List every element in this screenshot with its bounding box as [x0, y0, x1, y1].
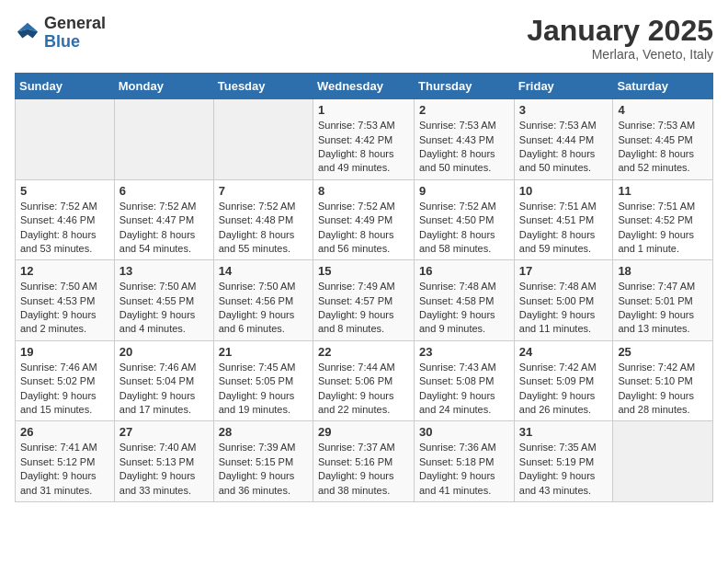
- day-info-text: Daylight: 9 hours and 36 minutes.: [219, 469, 308, 498]
- day-number: 25: [618, 345, 708, 359]
- day-number: 27: [119, 425, 209, 439]
- day-info-text: Sunrise: 7:49 AM: [318, 280, 409, 293]
- logo: General Blue: [15, 15, 106, 52]
- day-info-text: Sunrise: 7:53 AM: [519, 119, 609, 132]
- day-info-text: Daylight: 9 hours and 2 minutes.: [20, 308, 109, 337]
- day-info-text: Sunrise: 7:36 AM: [419, 441, 509, 454]
- weekday-header: Thursday: [415, 74, 515, 99]
- day-info-text: Daylight: 9 hours and 1 minute.: [618, 228, 708, 257]
- day-info-text: Sunrise: 7:37 AM: [318, 441, 409, 454]
- calendar-cell: 24Sunrise: 7:42 AMSunset: 5:09 PMDayligh…: [514, 340, 613, 421]
- calendar-cell: 29Sunrise: 7:37 AMSunset: 5:16 PMDayligh…: [313, 421, 414, 502]
- day-info-text: Sunrise: 7:39 AM: [219, 441, 308, 454]
- calendar-cell: 6Sunrise: 7:52 AMSunset: 4:47 PMDaylight…: [114, 179, 213, 260]
- day-number: 23: [419, 345, 509, 359]
- day-info-text: Sunset: 5:19 PM: [519, 455, 609, 469]
- day-info-text: Sunset: 4:55 PM: [119, 294, 209, 308]
- day-info-text: Sunset: 4:52 PM: [618, 213, 708, 227]
- day-number: 2: [419, 103, 509, 117]
- day-number: 22: [318, 345, 409, 359]
- day-info-text: Daylight: 9 hours and 9 minutes.: [419, 308, 509, 337]
- day-number: 4: [618, 103, 708, 117]
- day-number: 20: [119, 345, 209, 359]
- weekday-header: Monday: [114, 74, 213, 99]
- day-number: 26: [20, 425, 109, 439]
- day-info-text: Sunset: 5:10 PM: [618, 374, 708, 388]
- day-number: 11: [618, 184, 708, 198]
- day-info-text: Daylight: 9 hours and 6 minutes.: [219, 308, 308, 337]
- calendar-cell: 9Sunrise: 7:52 AMSunset: 4:50 PMDaylight…: [415, 179, 515, 260]
- day-info-text: Sunrise: 7:53 AM: [419, 119, 509, 132]
- calendar-week-row: 12Sunrise: 7:50 AMSunset: 4:53 PMDayligh…: [16, 260, 713, 341]
- day-info-text: Daylight: 8 hours and 50 minutes.: [419, 147, 509, 176]
- calendar-header-row: SundayMondayTuesdayWednesdayThursdayFrid…: [16, 74, 713, 99]
- day-info-text: Sunrise: 7:50 AM: [20, 280, 109, 293]
- location-text: Merlara, Veneto, Italy: [527, 47, 713, 62]
- day-info-text: Sunset: 5:00 PM: [519, 294, 609, 308]
- day-number: 28: [219, 425, 308, 439]
- day-info-text: Sunset: 4:48 PM: [219, 213, 308, 227]
- day-info-text: Sunrise: 7:45 AM: [219, 361, 308, 374]
- calendar-cell: [16, 99, 115, 180]
- calendar-cell: 25Sunrise: 7:42 AMSunset: 5:10 PMDayligh…: [613, 340, 713, 421]
- day-number: 12: [20, 264, 109, 278]
- logo-icon: [15, 20, 40, 46]
- day-info-text: Daylight: 9 hours and 28 minutes.: [618, 389, 708, 418]
- calendar-cell: [213, 99, 313, 180]
- day-info-text: Sunset: 5:08 PM: [419, 374, 509, 388]
- day-info-text: Sunset: 4:46 PM: [20, 213, 109, 227]
- calendar-cell: 5Sunrise: 7:52 AMSunset: 4:46 PMDaylight…: [16, 179, 115, 260]
- calendar-cell: 22Sunrise: 7:44 AMSunset: 5:06 PMDayligh…: [313, 340, 414, 421]
- day-info-text: Sunset: 4:56 PM: [219, 294, 308, 308]
- day-info-text: Daylight: 8 hours and 54 minutes.: [119, 228, 209, 257]
- day-info-text: Sunset: 5:02 PM: [20, 374, 109, 388]
- day-info-text: Sunrise: 7:43 AM: [419, 361, 509, 374]
- day-number: 15: [318, 264, 409, 278]
- day-info-text: Daylight: 8 hours and 56 minutes.: [318, 228, 409, 257]
- day-info-text: Daylight: 8 hours and 50 minutes.: [519, 147, 609, 176]
- day-info-text: Sunrise: 7:52 AM: [20, 200, 109, 213]
- day-info-text: Sunset: 4:44 PM: [519, 133, 609, 147]
- day-number: 10: [519, 184, 609, 198]
- calendar-cell: 28Sunrise: 7:39 AMSunset: 5:15 PMDayligh…: [213, 421, 313, 502]
- day-info-text: Daylight: 9 hours and 11 minutes.: [519, 308, 609, 337]
- day-number: 6: [119, 184, 209, 198]
- day-number: 29: [318, 425, 409, 439]
- day-info-text: Daylight: 9 hours and 24 minutes.: [419, 389, 509, 418]
- day-number: 18: [618, 264, 708, 278]
- day-info-text: Sunset: 5:05 PM: [219, 374, 308, 388]
- day-info-text: Sunset: 4:50 PM: [419, 213, 509, 227]
- day-info-text: Sunrise: 7:53 AM: [318, 119, 409, 132]
- weekday-header: Tuesday: [213, 74, 313, 99]
- page-header: General Blue January 2025 Merlara, Venet…: [15, 15, 713, 62]
- day-number: 8: [318, 184, 409, 198]
- day-info-text: Daylight: 9 hours and 33 minutes.: [119, 469, 209, 498]
- logo-general-text: General: [44, 15, 106, 33]
- day-info-text: Sunset: 5:09 PM: [519, 374, 609, 388]
- day-info-text: Sunset: 4:47 PM: [119, 213, 209, 227]
- weekday-header: Friday: [514, 74, 613, 99]
- calendar-cell: 4Sunrise: 7:53 AMSunset: 4:45 PMDaylight…: [613, 99, 713, 180]
- day-info-text: Sunrise: 7:52 AM: [219, 200, 308, 213]
- day-info-text: Daylight: 9 hours and 19 minutes.: [219, 389, 308, 418]
- calendar-cell: 8Sunrise: 7:52 AMSunset: 4:49 PMDaylight…: [313, 179, 414, 260]
- calendar-table: SundayMondayTuesdayWednesdayThursdayFrid…: [15, 73, 713, 502]
- calendar-cell: 15Sunrise: 7:49 AMSunset: 4:57 PMDayligh…: [313, 260, 414, 341]
- day-info-text: Sunset: 5:04 PM: [119, 374, 209, 388]
- weekday-header: Sunday: [16, 74, 115, 99]
- calendar-cell: 18Sunrise: 7:47 AMSunset: 5:01 PMDayligh…: [613, 260, 713, 341]
- calendar-cell: 17Sunrise: 7:48 AMSunset: 5:00 PMDayligh…: [514, 260, 613, 341]
- day-info-text: Daylight: 8 hours and 52 minutes.: [618, 147, 708, 176]
- day-info-text: Sunset: 4:51 PM: [519, 213, 609, 227]
- day-info-text: Sunset: 5:01 PM: [618, 294, 708, 308]
- day-info-text: Daylight: 8 hours and 59 minutes.: [519, 228, 609, 257]
- day-number: 3: [519, 103, 609, 117]
- weekday-header: Saturday: [613, 74, 713, 99]
- day-info-text: Daylight: 8 hours and 55 minutes.: [219, 228, 308, 257]
- title-area: January 2025 Merlara, Veneto, Italy: [527, 15, 713, 62]
- day-info-text: Sunrise: 7:46 AM: [119, 361, 209, 374]
- day-info-text: Sunrise: 7:46 AM: [20, 361, 109, 374]
- calendar-cell: [613, 421, 713, 502]
- calendar-cell: 12Sunrise: 7:50 AMSunset: 4:53 PMDayligh…: [16, 260, 115, 341]
- day-info-text: Daylight: 8 hours and 58 minutes.: [419, 228, 509, 257]
